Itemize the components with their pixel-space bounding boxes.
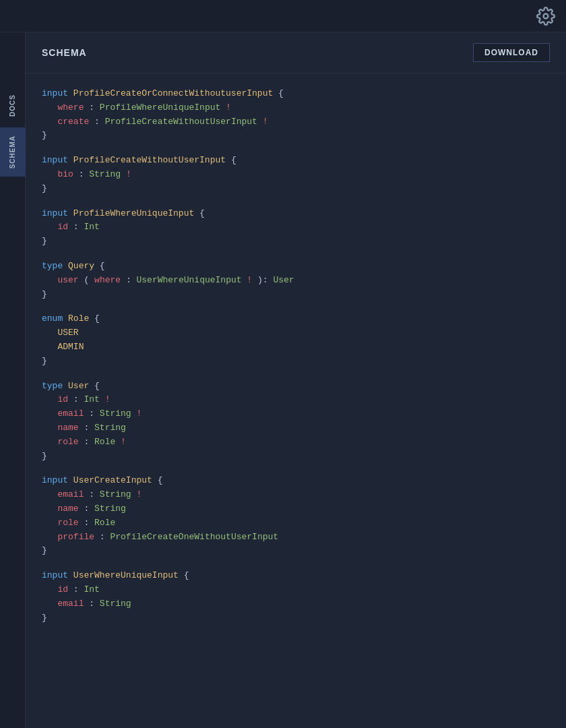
sidebar: DOCS SCHEMA xyxy=(0,32,26,728)
code-line: id : Int ! xyxy=(42,393,550,407)
code-section-2: input ProfileCreateWithoutUserInput { bi… xyxy=(42,154,550,195)
code-section-4: type Query { user ( where : UserWhereUni… xyxy=(42,260,550,301)
code-line: type Query { xyxy=(42,260,550,274)
code-line: name : String xyxy=(42,502,550,516)
code-section-3: input ProfileWhereUniqueInput { id : Int… xyxy=(42,207,550,249)
schema-title: SCHEMA xyxy=(42,47,87,58)
code-line: } xyxy=(42,129,550,143)
code-line: } xyxy=(42,182,550,196)
code-section-7: input UserCreateInput { email : String !… xyxy=(42,474,550,558)
keyword: input xyxy=(42,88,68,98)
code-section-1: input ProfileCreateOrConnectWithoutuserI… xyxy=(42,87,550,143)
top-bar xyxy=(0,0,566,32)
code-line: email : String ! xyxy=(42,488,550,502)
code-line: input ProfileWhereUniqueInput { xyxy=(42,207,550,221)
code-block: input ProfileCreateOrConnectWithoutuserI… xyxy=(26,73,566,649)
code-section-6: type User { id : Int ! email : String ! xyxy=(42,380,550,464)
code-section-8: input UserWhereUniqueInput { id : Int em… xyxy=(42,569,550,625)
code-line: } xyxy=(42,450,550,464)
code-line: type User { xyxy=(42,380,550,394)
download-button[interactable]: DOWNLOAD xyxy=(473,43,550,62)
code-line: input UserWhereUniqueInput { xyxy=(42,569,550,583)
code-line: name : String xyxy=(42,421,550,435)
code-line: user ( where : UserWhereUniqueInput ! ):… xyxy=(42,274,550,288)
code-line: profile : ProfileCreateOneWithoutUserInp… xyxy=(42,530,550,545)
type-name: ProfileCreateOrConnectWithoutuserInput xyxy=(73,88,273,98)
code-line: } xyxy=(42,611,550,626)
code-line: email : String xyxy=(42,597,550,611)
sidebar-schema-label: SCHEMA xyxy=(9,135,16,169)
sidebar-docs-label: DOCS xyxy=(9,94,16,117)
code-line: ADMIN xyxy=(42,340,550,355)
code-line: enum Role { xyxy=(42,312,550,326)
code-section-5: enum Role { USER ADMIN } xyxy=(42,312,550,368)
code-line: email : String ! xyxy=(42,407,550,421)
code-line: } xyxy=(42,288,550,302)
code-line: create : ProfileCreateWithoutUserInput ! xyxy=(42,115,550,129)
main-content: SCHEMA DOWNLOAD input ProfileCreateOrCon… xyxy=(26,32,566,728)
code-line: role : Role ! xyxy=(42,435,550,450)
svg-point-0 xyxy=(544,13,548,18)
code-line: where : ProfileWhereUniqueInput ! xyxy=(42,101,550,115)
code-line: USER xyxy=(42,326,550,340)
code-line: id : Int xyxy=(42,583,550,597)
code-line: } xyxy=(42,355,550,369)
gear-icon[interactable] xyxy=(536,7,555,26)
code-line: } xyxy=(42,544,550,558)
code-line: role : Role xyxy=(42,516,550,530)
code-line: input ProfileCreateWithoutUserInput { xyxy=(42,154,550,168)
code-line: } xyxy=(42,235,550,249)
schema-header: SCHEMA DOWNLOAD xyxy=(26,32,566,73)
sidebar-item-docs[interactable]: DOCS xyxy=(0,86,26,125)
code-line: bio : String ! xyxy=(42,168,550,182)
code-line: input ProfileCreateOrConnectWithoutuserI… xyxy=(42,87,550,101)
code-line: input UserCreateInput { xyxy=(42,474,550,488)
sidebar-item-schema[interactable]: SCHEMA xyxy=(0,127,26,177)
code-line: id : Int xyxy=(42,220,550,235)
